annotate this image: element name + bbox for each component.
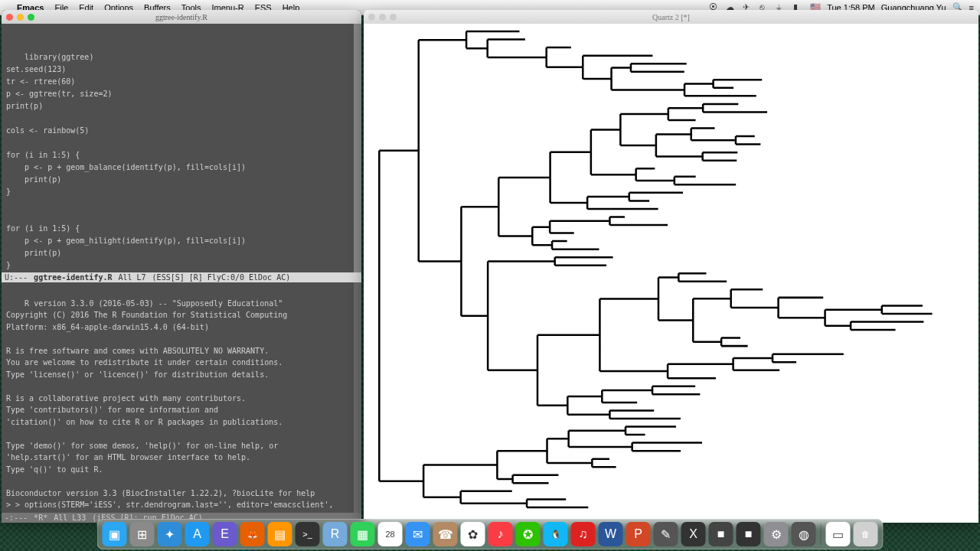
dock-itunes[interactable]: ♪ [488, 522, 513, 546]
dock-iterm[interactable]: >_ [296, 522, 320, 546]
dock-sysprefs[interactable]: ⚙ [764, 522, 789, 546]
dock-firefox[interactable]: 🦊 [240, 522, 265, 546]
dock-rstudio[interactable]: R [323, 522, 348, 546]
modeline-pos: All L7 [118, 273, 145, 282]
dock-terminal2[interactable]: ■ [737, 522, 761, 546]
close-icon[interactable] [6, 14, 13, 21]
ggtree-plot[interactable] [364, 24, 978, 523]
scrollbar-thumb[interactable] [354, 24, 361, 116]
zoom-icon[interactable] [390, 14, 397, 21]
minimize-icon[interactable] [17, 14, 24, 21]
modeline-modes: (ESS[S] [R] FlyC:0/0 ElDoc AC) [152, 273, 291, 282]
dock-activity[interactable]: ◍ [792, 522, 816, 546]
emacs-window: ggtree-identify.R library(ggtree) set.se… [2, 10, 361, 523]
dock-photos[interactable]: ✿ [461, 522, 485, 546]
dock-safari[interactable]: ✦ [158, 522, 182, 546]
repl-output: R version 3.3.0 (2016-05-03) -- "Suppose… [6, 299, 338, 514]
dock-appstore[interactable]: A [185, 522, 210, 546]
dock-powerpoint[interactable]: P [626, 522, 651, 546]
dock-utility1[interactable]: ✎ [654, 522, 678, 546]
editor-pane[interactable]: library(ggtree) set.seed(123) tr <- rtre… [2, 24, 361, 272]
dock-word[interactable]: W [599, 522, 623, 546]
dock-contacts[interactable]: ☎ [433, 522, 458, 546]
editor-code: library(ggtree) set.seed(123) tr <- rtre… [6, 53, 246, 269]
traffic-lights[interactable] [6, 14, 34, 21]
dock-notes[interactable]: ▭ [826, 522, 851, 546]
modeline-top: U:--- ggtree-identify.R All L7 (ESS[S] [… [2, 272, 361, 282]
dock-emacs[interactable]: E [213, 522, 237, 546]
close-icon[interactable] [368, 14, 375, 21]
quartz-titlebar[interactable]: Quartz 2 [*] [364, 10, 978, 24]
traffic-lights[interactable] [368, 14, 397, 21]
mac-dock: ▣⊞✦AE🦊▤>_R▦28✉☎✿♪✪🐧♫WP✎X■■⚙◍▭🗑 [97, 519, 884, 549]
minimize-icon[interactable] [379, 14, 386, 21]
modeline2-flags: -:--- [5, 514, 28, 522]
emacs-titlebar[interactable]: ggtree-identify.R [2, 10, 361, 24]
emacs-title-text: ggtree-identify.R [155, 13, 207, 21]
dock-calendar[interactable]: 28 [378, 522, 403, 546]
dock-finder[interactable]: ▣ [103, 522, 127, 546]
modeline-file: ggtree-identify.R [34, 273, 112, 282]
modeline2-buf: *R* [34, 514, 47, 522]
dock-wechat[interactable]: ✪ [516, 522, 541, 546]
dock-books[interactable]: ▤ [268, 522, 292, 546]
modeline2-pos: All L33 [54, 514, 86, 522]
dock-launchpad[interactable]: ⊞ [130, 522, 155, 546]
repl-pane[interactable]: R version 3.3.0 (2016-05-03) -- "Suppose… [2, 282, 361, 513]
dock-terminal1[interactable]: ■ [709, 522, 733, 546]
dock-numbers[interactable]: ▦ [351, 522, 375, 546]
modeline-flags: U:--- [5, 273, 28, 282]
quartz-window: Quartz 2 [*] [364, 10, 978, 523]
dock-trash[interactable]: 🗑 [854, 522, 878, 546]
quartz-title-text: Quartz 2 [*] [652, 13, 690, 21]
dock-music[interactable]: ♫ [571, 522, 596, 546]
dock-xquartz[interactable]: X [681, 522, 706, 546]
dock-mail[interactable]: ✉ [406, 522, 430, 546]
dock-qq[interactable]: 🐧 [544, 522, 568, 546]
zoom-icon[interactable] [28, 14, 34, 21]
